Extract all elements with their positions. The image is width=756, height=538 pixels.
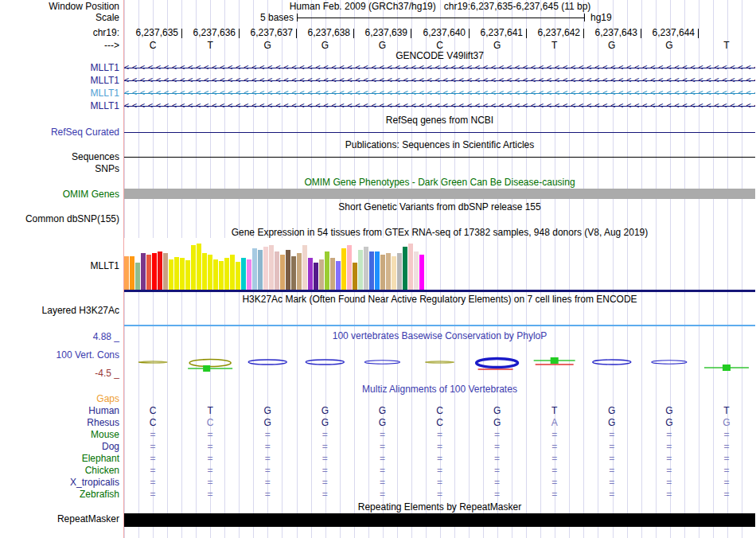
gene-label-mllt1[interactable]: MLLT1 bbox=[0, 63, 119, 73]
gtex-tissue-bar[interactable] bbox=[275, 251, 279, 290]
gtex-tissue-bar[interactable] bbox=[258, 250, 263, 290]
gtex-tissue-bar[interactable] bbox=[403, 247, 407, 290]
ruler-coordinate[interactable]: 6,237,636 bbox=[178, 28, 236, 38]
track-label-common-dbsnp-155-[interactable]: Common dbSNP(155) bbox=[0, 214, 119, 224]
track-label-window-position[interactable]: Window Position bbox=[0, 2, 119, 12]
track-label-snps[interactable]: SNPs bbox=[0, 164, 119, 174]
gene-label-mllt1[interactable]: MLLT1 bbox=[0, 76, 119, 86]
gtex-tissue-bar[interactable] bbox=[286, 250, 290, 290]
gtex-tissue-bar[interactable] bbox=[408, 244, 413, 290]
species-label-gaps[interactable]: Gaps bbox=[0, 394, 119, 404]
gtex-tissue-bar[interactable] bbox=[208, 255, 212, 290]
ruler-coordinate[interactable]: 6,237,642 bbox=[523, 28, 580, 38]
gtex-tissue-bar[interactable] bbox=[191, 245, 196, 290]
alignment-base: = bbox=[198, 442, 222, 452]
gtex-tissue-bar[interactable] bbox=[358, 250, 363, 290]
gtex-tissue-bar[interactable] bbox=[163, 253, 168, 290]
gtex-tissue-bar[interactable] bbox=[247, 259, 251, 290]
track-label-mllt1[interactable]: MLLT1 bbox=[0, 261, 119, 271]
gtex-tissue-bar[interactable] bbox=[280, 255, 285, 290]
ruler-coordinate[interactable]: 6,237,638 bbox=[293, 28, 350, 38]
refseq-curated-line[interactable] bbox=[124, 132, 755, 133]
gtex-tissue-bar[interactable] bbox=[146, 255, 151, 290]
gtex-tissue-bar[interactable] bbox=[185, 260, 190, 290]
gtex-tissue-bar[interactable] bbox=[347, 245, 352, 290]
track-label--[interactable]: ---> bbox=[0, 41, 119, 51]
species-label-rhesus[interactable]: Rhesus bbox=[0, 418, 119, 428]
gtex-tissue-bar[interactable] bbox=[397, 253, 402, 290]
gtex-tissue-bar[interactable] bbox=[419, 255, 424, 290]
ruler-coordinate[interactable]: 6,237,635 bbox=[121, 28, 178, 38]
ruler-coordinate[interactable]: 6,237,640 bbox=[408, 28, 466, 38]
species-label-elephant[interactable]: Elephant bbox=[0, 454, 119, 464]
gene-label-mllt1[interactable]: MLLT1 bbox=[0, 88, 119, 99]
gtex-tissue-bar[interactable] bbox=[325, 251, 329, 290]
track-label-chr19-[interactable]: chr19: bbox=[0, 28, 119, 38]
gtex-tissue-bar[interactable] bbox=[135, 263, 140, 290]
gtex-tissue-bar[interactable] bbox=[180, 258, 185, 290]
repeatmasker-bar[interactable] bbox=[124, 513, 755, 527]
gtex-tissue-bar[interactable] bbox=[341, 248, 346, 290]
gtex-tissue-bar[interactable] bbox=[197, 244, 201, 290]
gtex-tissue-bar[interactable] bbox=[330, 258, 335, 290]
ruler-coordinate[interactable]: 6,237,644 bbox=[637, 28, 695, 38]
gtex-tissue-bar[interactable] bbox=[369, 251, 374, 290]
species-label-dog[interactable]: Dog bbox=[0, 442, 119, 452]
omim-genes-bar[interactable] bbox=[124, 189, 755, 199]
gtex-tissue-bar[interactable] bbox=[213, 259, 218, 290]
gtex-tissue-bar[interactable] bbox=[224, 258, 229, 290]
gtex-tissue-bar[interactable] bbox=[230, 255, 235, 290]
gtex-tissue-bar[interactable] bbox=[158, 251, 162, 290]
track-label-omim-genes[interactable]: OMIM Genes bbox=[0, 189, 119, 200]
ruler-coordinate[interactable]: 6,237,637 bbox=[236, 28, 293, 38]
gtex-tissue-bar[interactable] bbox=[386, 253, 391, 290]
gtex-tissue-bar[interactable] bbox=[269, 245, 274, 290]
track-title: 100 vertebrates Basewise Conservation by… bbox=[124, 331, 755, 341]
gtex-tissue-bar[interactable] bbox=[124, 256, 129, 290]
track-label-layered-h3k27ac[interactable]: Layered H3K27Ac bbox=[0, 306, 119, 316]
species-label-zebrafish[interactable]: Zebrafish bbox=[0, 489, 119, 500]
gtex-tissue-bar[interactable] bbox=[202, 253, 207, 290]
gene-label-mllt1[interactable]: MLLT1 bbox=[0, 101, 119, 111]
gtex-tissue-bar[interactable] bbox=[291, 256, 296, 290]
phylop-conservation-track[interactable] bbox=[124, 353, 755, 376]
track-label-100-vert-cons[interactable]: 100 Vert. Cons bbox=[0, 350, 119, 361]
track-label-repeatmasker[interactable]: RepeatMasker bbox=[0, 514, 119, 524]
gtex-tissue-bar[interactable] bbox=[236, 262, 240, 290]
gtex-tissue-bar[interactable] bbox=[174, 257, 179, 290]
gtex-tissue-bar[interactable] bbox=[152, 253, 157, 290]
ruler-coordinate[interactable]: 6,237,641 bbox=[466, 28, 523, 38]
gtex-tissue-bar[interactable] bbox=[336, 261, 341, 290]
gtex-tissue-bar[interactable] bbox=[252, 248, 257, 290]
alignment-base: = bbox=[141, 489, 165, 500]
ruler-coordinate[interactable]: 6,237,639 bbox=[350, 28, 407, 38]
ruler-coordinate[interactable]: 6,237,643 bbox=[580, 28, 637, 38]
sequences-line[interactable] bbox=[124, 157, 755, 158]
gtex-tissue-bar[interactable] bbox=[319, 259, 324, 290]
species-label-human[interactable]: Human bbox=[0, 406, 119, 416]
ruler-tick bbox=[698, 29, 699, 38]
gtex-tissue-bar[interactable] bbox=[364, 247, 368, 290]
track-label-scale[interactable]: Scale bbox=[0, 13, 119, 23]
species-label-x_tropicalis[interactable]: X_tropicalis bbox=[0, 478, 119, 488]
gtex-tissue-bar[interactable] bbox=[297, 253, 302, 290]
gtex-tissue-bar[interactable] bbox=[263, 247, 268, 290]
gtex-tissue-bar[interactable] bbox=[353, 263, 357, 290]
gtex-tissue-bar[interactable] bbox=[302, 245, 307, 290]
gtex-tissue-bar[interactable] bbox=[169, 259, 173, 290]
h3k27ac-signal-line[interactable] bbox=[124, 325, 755, 326]
gtex-tissue-bar[interactable] bbox=[219, 261, 224, 290]
gtex-tissue-bar[interactable] bbox=[241, 258, 246, 290]
gtex-tissue-bar[interactable] bbox=[375, 251, 380, 290]
track-label-sequences[interactable]: Sequences bbox=[0, 152, 119, 162]
gtex-tissue-bar[interactable] bbox=[141, 253, 146, 290]
gtex-tissue-bar[interactable] bbox=[314, 263, 318, 290]
gtex-tissue-bar[interactable] bbox=[414, 251, 419, 290]
gtex-tissue-bar[interactable] bbox=[308, 258, 313, 290]
track-label-refseq-curated[interactable]: RefSeq Curated bbox=[0, 127, 119, 138]
gtex-tissue-bar[interactable] bbox=[392, 256, 396, 290]
species-label-chicken[interactable]: Chicken bbox=[0, 466, 119, 476]
species-label-mouse[interactable]: Mouse bbox=[0, 430, 119, 440]
gtex-tissue-bar[interactable] bbox=[380, 255, 385, 290]
gtex-tissue-bar[interactable] bbox=[130, 256, 134, 290]
